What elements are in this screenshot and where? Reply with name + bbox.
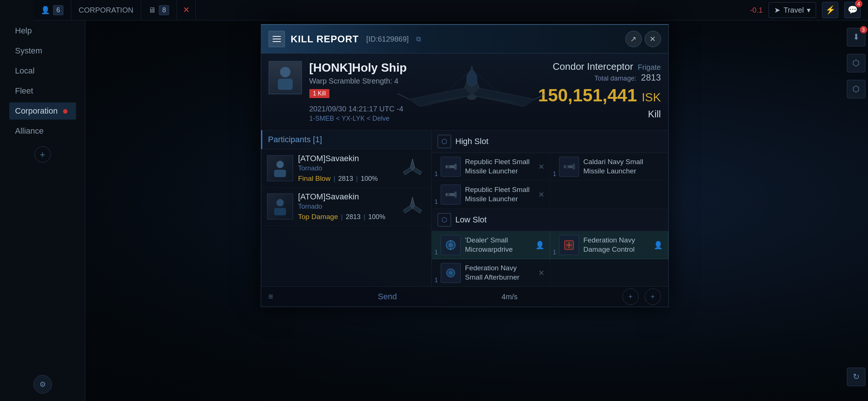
sidebar-item-fleet[interactable]: Fleet [9, 82, 76, 100]
svg-point-11 [280, 67, 290, 77]
participants-label: Participants [1] [268, 135, 322, 144]
footer-action-icons: + + [622, 288, 661, 305]
participant-1-percent: 100% [361, 175, 378, 183]
modal-id: [ID:6129869] [366, 35, 409, 43]
footer-add-button-1[interactable]: + [622, 288, 639, 305]
participant-2-avatar [267, 193, 293, 219]
modal-close-button[interactable]: ✕ [645, 31, 661, 47]
topbar-right: -0.1 ➤ Travel ▾ ⚡ 💬 4 [750, 2, 868, 18]
modal-actions: ↗ ✕ [625, 31, 661, 47]
outpost-icon: ⬡ [852, 58, 859, 68]
kill-report-modal: KILL REPORT [ID:6129869] ⧉ ↗ ✕ [261, 24, 669, 307]
low-slot-label: Low Slot [456, 215, 487, 225]
participant-1-stats: Final Blow | 2813 | 100% [298, 175, 394, 183]
equip-low-3-icon [441, 263, 461, 283]
equip-low-3-name: Federation Navy Small Afterburner [465, 264, 534, 282]
rotate-icon: ↻ [853, 372, 859, 382]
edge-circle-icon[interactable]: ↻ [847, 368, 865, 386]
participant-1-avatar [267, 155, 293, 181]
participant-1-ship: Tornado [298, 164, 394, 172]
sidebar-item-local[interactable]: Local [9, 62, 76, 79]
modal-export-button[interactable]: ↗ [625, 31, 642, 47]
footer-add-button-2[interactable]: + [645, 288, 661, 305]
participant-item-1[interactable]: [ATOM]Savaekin Tornado Final Blow | 2813… [261, 149, 431, 188]
participant-2-stats: Top Damage | 2813 | 100% [298, 213, 394, 221]
avatar-face [269, 62, 301, 94]
svg-point-28 [565, 165, 568, 168]
travel-button[interactable]: ➤ Travel ▾ [769, 2, 816, 18]
svg-rect-30 [454, 192, 457, 198]
equip-high-1[interactable]: 1 Republic Fleet Small Missile Launcher … [432, 153, 550, 181]
modal-body: Participants [1] [ATOM]Savaekin Tornado [261, 130, 668, 286]
equip-low-1[interactable]: 1 'Dealer' Small Microwarpdrive 👤 [432, 231, 550, 259]
high-slot-icon: ⬡ [438, 135, 451, 148]
travel-chevron-icon: ▾ [807, 6, 811, 14]
outpost2-icon: ⬡ [852, 84, 859, 94]
players-icon: 👤 [41, 6, 50, 14]
footer-send-button[interactable]: Send [378, 292, 397, 301]
equip-low-3-qty: 1 [435, 277, 438, 284]
participant-1-damage: 2813 [338, 175, 353, 183]
kill-info: [HONK]Holy Ship Warp Scramble Strength: … [261, 53, 668, 130]
equip-low-1-name: 'Dealer' Small Microwarpdrive [465, 236, 531, 254]
filter-icon: ⚡ [825, 5, 835, 15]
sidebar: Help System Local Fleet Corporation Alli… [0, 0, 85, 401]
corporation-tab[interactable]: CORPORATION [71, 0, 141, 20]
copy-icon[interactable]: ⧉ [416, 35, 421, 43]
low-slot-grid: 1 'Dealer' Small Microwarpdrive 👤 [432, 231, 668, 286]
final-blow-label: Final Blow [298, 175, 331, 183]
equip-high-4[interactable] [550, 181, 668, 209]
equip-high-1-qty: 1 [435, 171, 438, 177]
sidebar-item-system[interactable]: System [9, 42, 76, 59]
equip-low-3[interactable]: 1 Federation Navy Small Afterburner ✕ [432, 259, 550, 286]
sidebar-item-corporation[interactable]: Corporation [9, 102, 76, 120]
travel-icon: ➤ [774, 6, 780, 14]
screen-icon: 🖥 [148, 6, 156, 14]
sidebar-gear-button[interactable]: ⚙ [33, 375, 52, 394]
equip-high-3-close[interactable]: ✕ [538, 190, 545, 199]
notifications-button[interactable]: 💬 4 [844, 2, 861, 18]
chat-icon: 💬 [848, 5, 858, 15]
equipment-panel: ⬡ High Slot 1 Repub [432, 130, 668, 286]
participant-item-2[interactable]: [ATOM]Savaekin Tornado Top Damage | 2813… [261, 188, 431, 226]
total-damage-value: 2813 [641, 72, 661, 82]
equip-high-3[interactable]: 1 Republic Fleet Small Missile Launcher … [432, 181, 550, 209]
victim-kill-badge: 1 Kill [309, 89, 330, 98]
total-damage-label: Total damage: [595, 75, 637, 82]
equip-high-2[interactable]: 1 Caldari Navy Small Missile Launcher [550, 153, 668, 181]
svg-marker-21 [412, 206, 422, 213]
tornado-icon-1 [401, 157, 424, 179]
equip-high-1-icon [441, 157, 461, 177]
participant-1-avatar-svg [272, 159, 288, 178]
sidebar-item-alliance[interactable]: Alliance [9, 123, 76, 140]
footer-speed: 4m/s [502, 293, 517, 301]
sidebar-add-button[interactable]: + [34, 146, 51, 163]
equip-high-1-close[interactable]: ✕ [538, 162, 545, 171]
equip-low-2[interactable]: 1 Federation Navy Damage Control 👤 [550, 231, 668, 259]
topbar-close-button[interactable]: ✕ [177, 0, 196, 20]
equip-low-2-name: Federation Navy Damage Control [583, 236, 649, 254]
modal-title: KILL REPORT [291, 33, 359, 45]
participant-2-info: [ATOM]Savaekin Tornado Top Damage | 2813… [298, 192, 394, 221]
participant-1-info: [ATOM]Savaekin Tornado Final Blow | 2813… [298, 154, 394, 183]
svg-rect-14 [274, 170, 286, 177]
svg-line-5 [398, 94, 409, 99]
equip-low-3-close[interactable]: ✕ [538, 268, 545, 277]
edge-icon-3[interactable]: ⬇ 3 [847, 28, 865, 46]
participant-1-name: [ATOM]Savaekin [298, 154, 394, 163]
modal-menu-button[interactable] [269, 31, 285, 47]
players-button[interactable]: 👤 6 [33, 0, 71, 20]
equip-high-2-qty: 1 [553, 171, 556, 177]
equip-low-1-qty: 1 [435, 249, 438, 256]
filter-button[interactable]: ⚡ [822, 2, 838, 18]
footer-menu-icon[interactable]: ≡ [269, 292, 273, 301]
sidebar-item-help[interactable]: Help [9, 22, 76, 39]
participant-2-avatar-svg [272, 197, 288, 216]
tornado-icon-2 [401, 195, 424, 218]
screen-button[interactable]: 🖥 8 [141, 0, 177, 20]
participant-2-name: [ATOM]Savaekin [298, 192, 394, 202]
edge-icon-outpost1[interactable]: ⬡ [847, 54, 865, 72]
equip-low-2-qty: 1 [553, 249, 556, 256]
edge-icon-outpost2[interactable]: ⬡ [847, 80, 865, 98]
victim-avatar [269, 61, 302, 94]
